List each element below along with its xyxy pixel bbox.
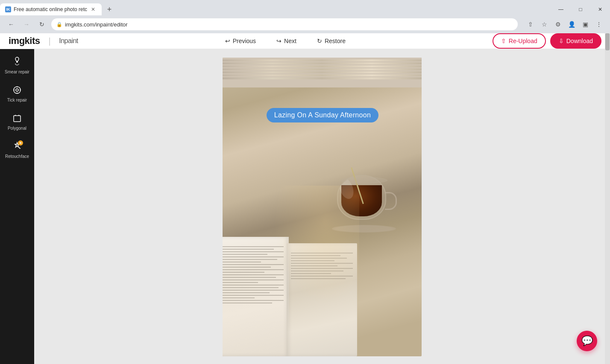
lock-icon: 🔒 (56, 22, 62, 27)
address-input[interactable]: 🔒 imgkits.com/inpaint/editor (51, 18, 518, 30)
restore-button[interactable]: ↻ Restore (310, 34, 352, 48)
tab-bar: IK Free automatic online photo retc ✕ + … (0, 0, 610, 15)
sidebar-item-tick-repair[interactable]: Tick repair (1, 81, 33, 107)
sidebar-item-polygonal[interactable]: Polygonal (1, 109, 33, 135)
polygonal-label: Polygonal (8, 126, 26, 131)
book (223, 228, 364, 356)
restore-label: Restore (325, 38, 346, 44)
reupload-icon: ⇧ (501, 38, 506, 44)
bookmark-icon[interactable]: ☆ (538, 18, 550, 30)
next-button[interactable]: ↪ Next (270, 34, 303, 48)
sidebar-item-retouchface[interactable]: Retouchface (1, 137, 33, 163)
app-name: Inpaint (59, 37, 78, 45)
tab-title: Free automatic online photo retc (14, 6, 87, 12)
active-tab: IK Free automatic online photo retc ✕ (0, 3, 102, 15)
svg-rect-3 (14, 116, 21, 122)
canvas-area: Lazing On A Sunday Afternoon (34, 49, 610, 364)
smear-repair-label: Smear repair (5, 70, 29, 75)
retouchface-icon (12, 141, 22, 151)
header-nav: ↩ Previous ↪ Next ↻ Restore (218, 34, 352, 48)
forward-button[interactable]: → (21, 18, 32, 30)
tab-favicon: IK (5, 6, 11, 12)
retouchface-label: Retouchface (5, 154, 29, 159)
window-maximize-button[interactable]: □ (571, 3, 590, 15)
back-button[interactable]: ← (5, 18, 17, 30)
sidebar-icon[interactable]: ▣ (579, 18, 591, 30)
svg-point-2 (16, 89, 18, 91)
browser-chrome: IK Free automatic online photo retc ✕ + … (0, 0, 610, 33)
svg-point-0 (16, 61, 18, 63)
tick-repair-icon (12, 85, 22, 95)
gold-badge (18, 140, 23, 146)
url-text: imgkits.com/inpaint/editor (65, 21, 128, 28)
image-container[interactable]: Lazing On A Sunday Afternoon (223, 58, 422, 356)
sidebar: Smear repair Tick repair (0, 49, 34, 364)
image-scene: Lazing On A Sunday Afternoon (223, 58, 422, 356)
reupload-label: Re-Upload (509, 38, 537, 44)
logo-text: imgkits (9, 35, 40, 47)
logo: imgkits | Inpaint (9, 35, 78, 47)
window-minimize-button[interactable]: — (551, 3, 571, 15)
chat-bubble-button[interactable]: 💬 (577, 331, 597, 351)
extensions-icon[interactable]: ⚙ (552, 18, 564, 30)
previous-icon: ↩ (225, 38, 230, 44)
svg-point-1 (14, 87, 21, 93)
tea-cup (328, 162, 400, 239)
header-actions: ⇧ Re-Upload ⇩ Download (493, 33, 601, 49)
previous-label: Previous (233, 38, 256, 44)
next-icon: ↪ (276, 38, 282, 44)
profile-icon[interactable]: 👤 (566, 18, 578, 30)
download-label: Download (566, 38, 593, 44)
highlighted-text-badge: Lazing On A Sunday Afternoon (267, 108, 378, 122)
reupload-button[interactable]: ⇧ Re-Upload (493, 33, 546, 49)
download-button[interactable]: ⇩ Download (550, 33, 601, 49)
smear-repair-icon (12, 57, 22, 67)
new-tab-button[interactable]: + (103, 3, 115, 15)
sidebar-item-smear-repair[interactable]: Smear repair (1, 52, 33, 79)
window-close-button[interactable]: ✕ (590, 3, 610, 15)
scrollbar[interactable] (605, 33, 610, 364)
restore-icon: ↻ (317, 38, 322, 44)
text-overlay: Lazing On A Sunday Afternoon (232, 108, 413, 122)
previous-button[interactable]: ↩ Previous (218, 34, 263, 48)
share-icon[interactable]: ⇧ (525, 18, 537, 30)
address-bar: ← → ↻ 🔒 imgkits.com/inpaint/editor ⇧ ☆ ⚙… (0, 15, 610, 33)
polygonal-icon (12, 113, 22, 123)
tab-close-icon[interactable]: ✕ (90, 6, 97, 13)
next-label: Next (284, 38, 296, 44)
scrollbar-thumb[interactable] (605, 33, 610, 50)
reload-button[interactable]: ↻ (36, 18, 48, 30)
radiator (223, 58, 422, 87)
chat-icon: 💬 (581, 335, 593, 347)
main-content: Smear repair Tick repair (0, 49, 610, 364)
logo-separator: | (49, 36, 51, 46)
tick-repair-label: Tick repair (7, 98, 27, 103)
app-header: imgkits | Inpaint ↩ Previous ↪ Next ↻ Re… (0, 33, 610, 49)
app-container: imgkits | Inpaint ↩ Previous ↪ Next ↻ Re… (0, 33, 610, 364)
menu-icon[interactable]: ⋮ (593, 18, 605, 30)
download-icon: ⇩ (559, 38, 564, 44)
